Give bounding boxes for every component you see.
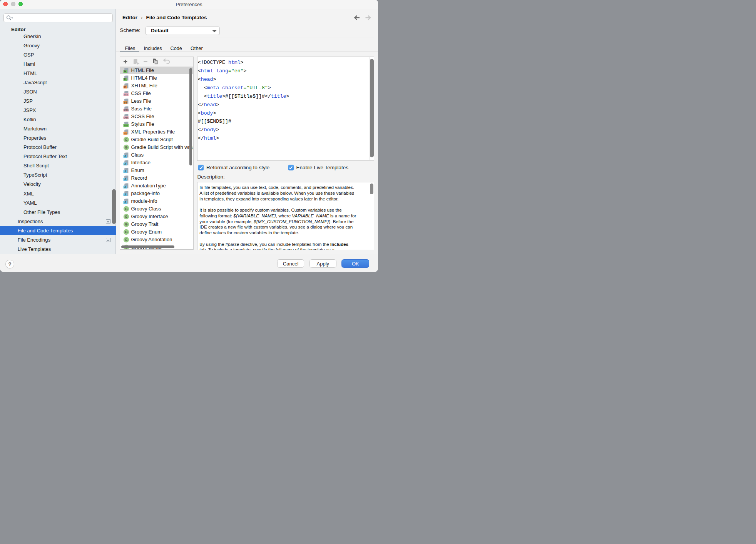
svg-text:<>: <> [124,132,127,134]
svg-text:G: G [125,215,127,219]
svg-text:J: J [124,185,126,188]
svg-text:J: J [124,178,126,180]
svg-text:G: G [125,145,127,149]
svg-text:J: J [124,201,126,204]
svg-text:J: J [124,162,126,165]
svg-text:G: G [125,207,127,211]
svg-text:G: G [125,230,127,234]
svg-text:H: H [124,70,126,73]
svg-text:G: G [125,222,127,226]
svg-text:H: H [124,78,126,80]
svg-text:SASS: SASS [124,117,129,119]
svg-text:{L}: {L} [124,101,127,103]
svg-text:CSS: CSS [124,93,128,96]
svg-text:J: J [124,170,126,173]
svg-text:J: J [124,193,126,196]
svg-text:SASS: SASS [124,109,129,111]
svg-text:H: H [124,85,126,88]
svg-text:J: J [124,155,126,157]
svg-text:G: G [125,138,127,142]
svg-text:G: G [125,238,127,242]
svg-text:STYL: STYL [124,125,128,127]
